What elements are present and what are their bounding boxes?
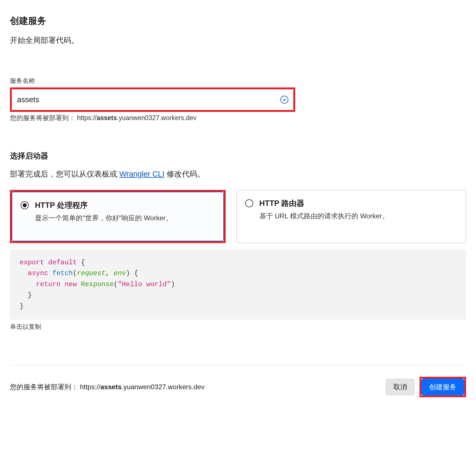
code-kw-new: new [64, 281, 77, 288]
footer-hint-prefix: 您的服务将被部署到： [10, 383, 78, 391]
copy-hint: 单击以复制 [10, 323, 466, 331]
deploy-url-post: .yuanwen0327.workers.dev [117, 114, 196, 122]
code-kw-default: default [48, 259, 77, 266]
starter-subtitle-pre: 部署完成后，您可以从仪表板或 [10, 170, 119, 178]
deploy-hint-prefix: 您的服务将被部署到： [10, 114, 75, 122]
code-param-request: request [77, 269, 106, 277]
code-str-hello: "Hello world" [118, 281, 171, 288]
deploy-url-pre: https:// [77, 114, 97, 122]
code-fn-fetch: fetch [52, 269, 73, 277]
code-param-env: env [114, 269, 126, 277]
footer-actions: 取消 创建服务 [385, 377, 466, 397]
service-name-input[interactable] [12, 89, 293, 110]
code-kw-async: async [28, 269, 48, 277]
option-desc: 基于 URL 模式路由的请求执行的 Worker。 [259, 211, 458, 221]
starter-subtitle: 部署完成后，您可以从仪表板或 Wrangler CLI 修改代码。 [10, 169, 466, 179]
code-preview[interactable]: export default { async fetch(request, en… [10, 249, 466, 320]
page-subtitle: 开始全局部署代码。 [10, 35, 466, 45]
wrangler-cli-link[interactable]: Wrangler CLI [119, 170, 165, 178]
create-service-button[interactable]: 创建服务 [421, 378, 464, 396]
option-http-router[interactable]: HTTP 路由器 基于 URL 模式路由的请求执行的 Worker。 [236, 190, 466, 243]
code-kw-return: return [36, 281, 60, 288]
deploy-url-bold: assets [97, 114, 117, 122]
service-name-label: 服务名称 [10, 77, 466, 85]
code-kw-export: export [20, 259, 44, 266]
service-name-deploy-hint: 您的服务将被部署到： https://assets.yuanwen0327.wo… [10, 114, 466, 122]
footer-deploy-hint: 您的服务将被部署到： https://assets.yuanwen0327.wo… [10, 382, 205, 392]
option-desc: 显示一个简单的"世界，你好"响应的 Worker。 [35, 213, 215, 223]
footer-url-bold: assets [100, 383, 122, 391]
service-name-input-highlight [10, 87, 295, 112]
valid-check-icon [280, 96, 288, 104]
create-button-highlight: 创建服务 [420, 377, 466, 397]
radio-icon [21, 201, 29, 209]
footer-url-pre: https:// [80, 383, 100, 391]
radio-icon [245, 199, 253, 207]
option-http-handler-highlight: HTTP 处理程序 显示一个简单的"世界，你好"响应的 Worker。 [10, 190, 226, 243]
footer-divider [10, 365, 466, 365]
code-cls-response: Response [81, 281, 114, 288]
option-title: HTTP 处理程序 [35, 200, 215, 210]
starter-subtitle-post: 修改代码。 [164, 170, 205, 178]
starter-title: 选择启动器 [10, 151, 466, 161]
cancel-button[interactable]: 取消 [385, 378, 415, 396]
page-title: 创建服务 [10, 15, 466, 27]
footer-row: 您的服务将被部署到： https://assets.yuanwen0327.wo… [10, 377, 466, 397]
starter-options-row: HTTP 处理程序 显示一个简单的"世界，你好"响应的 Worker。 HTTP… [10, 190, 466, 243]
footer-url-post: .yuanwen0327.workers.dev [121, 383, 204, 391]
option-http-handler[interactable]: HTTP 处理程序 显示一个简单的"世界，你好"响应的 Worker。 [12, 192, 224, 241]
option-title: HTTP 路由器 [259, 198, 458, 208]
